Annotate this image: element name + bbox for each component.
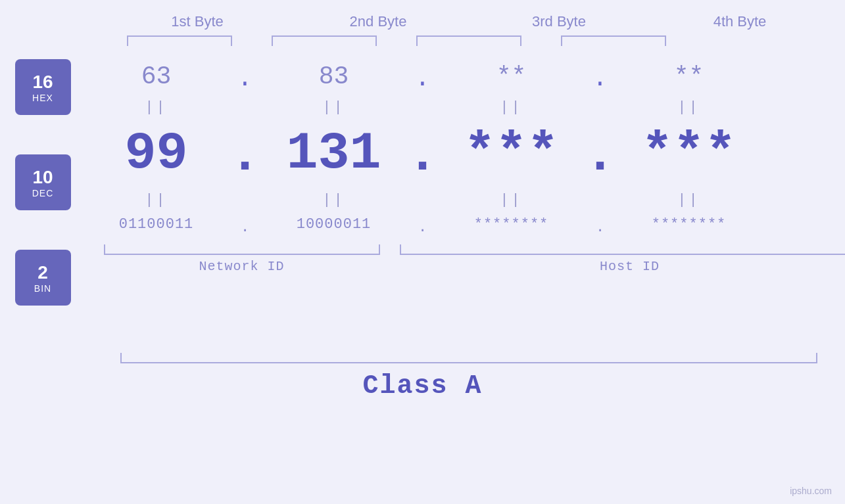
hex-badge: 16 HEX	[15, 59, 71, 115]
dec-badge: 10 DEC	[15, 154, 71, 210]
top-brackets-row	[107, 35, 831, 46]
hex-number: 16	[32, 72, 53, 93]
top-bracket-2	[272, 35, 377, 46]
bin-values-row: 01100011 . 10000011 . ******** . *******…	[84, 213, 846, 239]
host-id-label: Host ID	[400, 259, 846, 274]
bin-dot-3: .	[584, 216, 617, 236]
bin-val-1: 01100011	[84, 213, 229, 239]
eq2-2: ||	[262, 192, 406, 208]
full-bracket	[120, 353, 817, 363]
eq1-1: ||	[84, 99, 229, 116]
bin-val-3: ********	[439, 213, 584, 239]
watermark: ipshu.com	[790, 486, 832, 496]
bin-dot-1: .	[229, 216, 262, 236]
eq1-3: ||	[439, 99, 584, 116]
host-bracket	[400, 244, 846, 255]
equals-row-2: || || || ||	[84, 187, 846, 213]
main-grid: 16 HEX 10 DEC 2 BIN 63 . 83 . ** . **	[15, 53, 831, 345]
values-area: 63 . 83 . ** . ** || || || || 99	[84, 53, 846, 274]
byte-header-3: 3rd Byte	[487, 13, 631, 30]
hex-val-3: **	[439, 53, 584, 94]
dec-label: DEC	[32, 188, 54, 198]
hex-val-2: 83	[262, 53, 406, 94]
eq2-3: ||	[439, 192, 584, 208]
dec-val-2: 131	[262, 120, 406, 187]
main-container: 1st Byte 2nd Byte 3rd Byte 4th Byte 16 H…	[0, 0, 845, 504]
byte-header-1: 1st Byte	[125, 13, 270, 30]
bin-label: BIN	[34, 283, 51, 294]
dec-number: 10	[32, 167, 53, 188]
class-label: Class A	[61, 371, 785, 401]
bracket-cell-1	[107, 35, 252, 46]
hex-values-row: 63 . 83 . ** . **	[84, 53, 846, 94]
hex-dot-1: .	[229, 55, 262, 93]
bin-number: 2	[37, 262, 48, 283]
top-bracket-1	[127, 35, 232, 46]
bin-dot-2: .	[406, 216, 439, 236]
eq1-2: ||	[262, 99, 406, 116]
bin-val-4: ********	[617, 213, 761, 239]
hex-val-4: **	[617, 53, 761, 94]
dec-dot-3: .	[584, 122, 617, 185]
hex-dot-3: .	[584, 55, 617, 93]
eq1-4: ||	[617, 99, 761, 116]
dec-val-3: ***	[439, 120, 584, 187]
bin-val-2: 10000011	[262, 213, 406, 239]
dec-values-row: 99 . 131 . *** . ***	[84, 120, 846, 187]
network-bracket	[104, 244, 380, 255]
byte-header-2: 2nd Byte	[306, 13, 450, 30]
base-labels-column: 16 HEX 10 DEC 2 BIN	[15, 53, 71, 345]
bracket-cell-3	[397, 35, 541, 46]
byte-headers-row: 1st Byte 2nd Byte 3rd Byte 4th Byte	[107, 13, 831, 30]
dec-val-1: 99	[84, 120, 229, 187]
top-bracket-3	[416, 35, 521, 46]
id-labels-row: Network ID Host ID	[104, 255, 846, 274]
hex-dot-2: .	[406, 55, 439, 93]
dec-val-4: ***	[617, 120, 761, 187]
eq2-4: ||	[617, 192, 761, 208]
network-id-label: Network ID	[104, 259, 380, 274]
eq2-1: ||	[84, 192, 229, 208]
bottom-brackets-container	[104, 244, 846, 255]
bracket-cell-2	[252, 35, 397, 46]
top-bracket-4	[561, 35, 666, 46]
equals-row-1: || || || ||	[84, 94, 846, 120]
hex-val-1: 63	[84, 53, 229, 94]
hex-label: HEX	[32, 93, 53, 103]
dec-dot-2: .	[406, 122, 439, 185]
dec-dot-1: .	[229, 122, 262, 185]
full-bracket-container	[120, 353, 817, 363]
bin-badge: 2 BIN	[15, 250, 71, 306]
bracket-cell-4	[541, 35, 686, 46]
byte-header-4: 4th Byte	[667, 13, 812, 30]
